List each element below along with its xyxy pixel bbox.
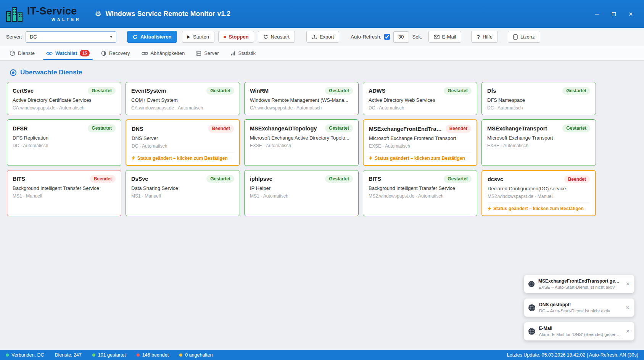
- paused-count-label: 0 angehalten: [185, 352, 213, 358]
- toast-body: E-Mail Alarm-E-Mail für 'DNS' (Beendet) …: [539, 326, 622, 337]
- service-name: DFSR: [13, 125, 27, 132]
- minimize-icon: [595, 14, 599, 14]
- service-name: dcsvc: [488, 176, 503, 182]
- service-meta: EXSE · Automatisch: [250, 143, 353, 148]
- service-status-badge: Gestartet: [88, 87, 116, 95]
- app-logo: IT-Service WALTER: [5, 6, 81, 22]
- service-card[interactable]: MSExchangeTransport Gestartet Microsoft …: [481, 119, 596, 166]
- service-meta: MS2.windowspapst.de · Manuell: [488, 194, 590, 199]
- service-status-badge: Gestartet: [206, 87, 234, 95]
- service-card[interactable]: DNS Beendet DNS Server DC · Automatisch …: [126, 119, 240, 166]
- service-card[interactable]: BITS Gestartet Background Intelligent Tr…: [363, 170, 477, 216]
- titlebar: IT-Service WALTER ⚙ Windows Service Remo…: [0, 0, 644, 28]
- service-card[interactable]: MSExchangeADTopology Gestartet Microsoft…: [244, 119, 359, 166]
- service-description: Data Sharing Service: [131, 185, 234, 191]
- service-card[interactable]: BITS Beendet Background Intelligent Tran…: [7, 170, 121, 216]
- notification-disc-icon: [528, 304, 536, 312]
- service-card[interactable]: CertSvc Gestartet Active Directory Certi…: [7, 82, 121, 115]
- tab-server-label: Server: [204, 50, 219, 56]
- service-card-header: iphlpsvc Gestartet: [250, 175, 353, 183]
- services-total: Dienste: 247: [55, 352, 81, 358]
- section-heading-label: Überwachte Dienste: [20, 69, 82, 76]
- service-card-header: Dfs Gestartet: [487, 87, 590, 95]
- watch-target-icon: [10, 69, 17, 76]
- service-status-badge: Gestartet: [325, 124, 353, 132]
- service-card[interactable]: Dfs Gestartet DFS Namespace DC · Automat…: [481, 82, 596, 115]
- service-meta: CA.windowspapst.de · Automatisch: [131, 105, 234, 111]
- service-description: COM+ Event System: [131, 97, 234, 103]
- tab-watchlist-label: Watchlist: [55, 50, 77, 56]
- toast-title: E-Mail: [539, 326, 622, 331]
- interval-input[interactable]: [393, 31, 409, 43]
- export-button[interactable]: Export: [306, 31, 340, 43]
- service-name: EventSystem: [131, 88, 166, 94]
- gear-icon: ⚙: [95, 10, 101, 18]
- service-card[interactable]: EventSystem Gestartet COM+ Event System …: [126, 82, 240, 115]
- service-meta: MS2.windowspapst.de · Automatisch: [369, 193, 472, 199]
- service-card[interactable]: MSExchangeFrontEndTrans... Beendet Micro…: [363, 119, 477, 166]
- tab-abhaengigkeiten[interactable]: Abhängigkeiten: [136, 46, 191, 60]
- stop-button-label: Stoppen: [229, 34, 249, 40]
- gauge-icon: [10, 50, 15, 56]
- watchlist-panel: Überwachte Dienste CertSvc Gestartet Act…: [0, 61, 644, 350]
- bar-chart-icon: [230, 51, 236, 56]
- chevron-down-icon: ▾: [110, 34, 112, 39]
- status-changed-confirm[interactable]: Status geändert – klicken zum Bestätigen: [132, 152, 234, 161]
- toast-close-icon[interactable]: ×: [625, 328, 630, 335]
- status-changed-confirm[interactable]: Status geändert – klicken zum Bestätigen: [488, 202, 590, 211]
- minimize-button[interactable]: [591, 8, 604, 20]
- logo-building-icon: [5, 6, 24, 22]
- tab-abhaengigkeiten-label: Abhängigkeiten: [151, 50, 185, 56]
- service-card-header: WinRM Gestartet: [250, 87, 353, 95]
- license-button[interactable]: Lizenz: [508, 31, 540, 43]
- status-changed-confirm[interactable]: Status geändert – klicken zum Bestätigen: [369, 152, 471, 161]
- toast-body: DNS gestoppt! DC – Auto-Start-Dienst ist…: [539, 302, 622, 313]
- server-dropdown[interactable]: DC ▾: [26, 31, 116, 43]
- service-status-badge: Gestartet: [562, 87, 590, 95]
- status-changed-label: Status geändert – klicken zum Bestätigen: [137, 156, 228, 161]
- connection-dot-icon: [6, 354, 9, 357]
- service-description: DFS Replication: [13, 135, 116, 141]
- maximize-button[interactable]: [607, 8, 620, 20]
- started-dot-icon: [92, 354, 95, 357]
- service-card[interactable]: WinRM Gestartet Windows Remote Managemen…: [244, 82, 359, 115]
- service-card-header: CertSvc Gestartet: [13, 87, 116, 95]
- help-button[interactable]: ? Hilfe: [471, 31, 498, 43]
- close-button[interactable]: ×: [624, 8, 637, 20]
- toast-close-icon[interactable]: ×: [625, 304, 630, 312]
- tab-recovery[interactable]: Recovery: [95, 46, 136, 60]
- service-card[interactable]: dcsvc Beendet Declared Configuration(DC)…: [481, 170, 596, 216]
- toast-close-icon[interactable]: ×: [625, 280, 630, 288]
- service-meta: MS1 · Manuell: [13, 193, 116, 199]
- stopped-count: 146 beendet: [137, 352, 169, 358]
- service-card[interactable]: DFSR Gestartet DFS Replication DC · Auto…: [7, 119, 121, 166]
- service-card[interactable]: DsSvc Gestartet Data Sharing Service MS1…: [126, 170, 240, 216]
- close-icon: ×: [628, 10, 633, 18]
- tab-dienste-label: Dienste: [18, 50, 35, 56]
- service-name: DNS: [132, 126, 143, 132]
- service-description: Windows Remote Management (WS-Mana...: [250, 97, 353, 103]
- service-description: Active Directory Web Services: [369, 97, 472, 103]
- tab-watchlist[interactable]: Watchlist 15: [40, 46, 95, 60]
- tab-server[interactable]: Server: [190, 46, 224, 60]
- service-description: Microsoft Exchange Active Directory Topo…: [250, 135, 353, 141]
- service-name: Dfs: [487, 88, 496, 94]
- service-card-header: dcsvc Beendet: [488, 175, 590, 183]
- tab-statistik[interactable]: Statistik: [225, 46, 262, 60]
- restart-button[interactable]: Neustart: [258, 31, 295, 43]
- refresh-button[interactable]: Aktualisieren: [127, 31, 177, 43]
- service-description: DNS Server: [132, 135, 234, 141]
- server-dropdown-value: DC: [30, 34, 37, 40]
- auto-refresh-checkbox[interactable]: [384, 34, 390, 40]
- email-button[interactable]: E-Mail: [428, 31, 462, 43]
- start-button[interactable]: ▶ Starten: [182, 31, 214, 43]
- paused-dot-icon: [179, 354, 182, 357]
- toast-title: DNS gestoppt!: [539, 302, 622, 307]
- service-description: Declared Configuration(DC) service: [488, 186, 590, 191]
- restart-icon: [263, 34, 268, 39]
- service-card-grid: CertSvc Gestartet Active Directory Certi…: [7, 82, 637, 216]
- service-card[interactable]: ADWS Gestartet Active Directory Web Serv…: [363, 82, 477, 115]
- stop-button[interactable]: ■ Stoppen: [218, 31, 254, 43]
- service-card[interactable]: iphlpsvc Gestartet IP Helper MS1 · Autom…: [244, 170, 359, 216]
- tab-dienste[interactable]: Dienste: [4, 46, 40, 60]
